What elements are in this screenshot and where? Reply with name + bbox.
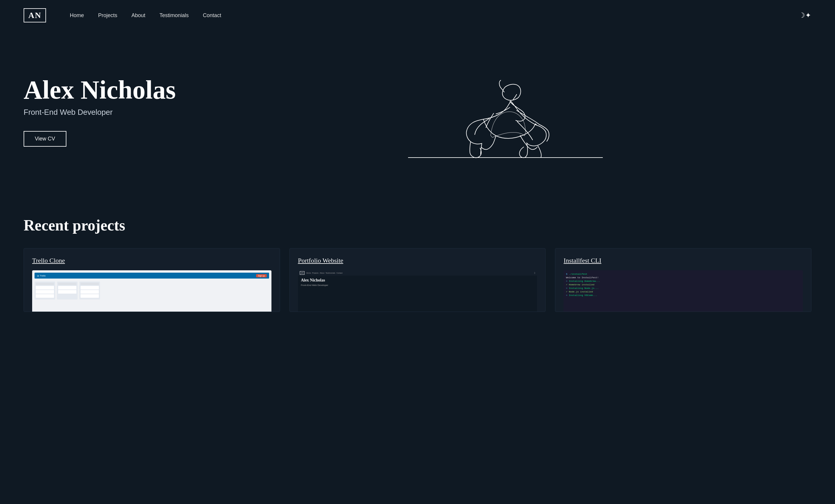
projects-section: Recent projects Trello Clone 🗂 Trello Si… — [0, 199, 835, 312]
navbar: AN Home Projects About Testimonials Cont… — [0, 0, 835, 31]
portfolio-mini-testimonials: Testimonials — [325, 272, 335, 274]
portfolio-mini-projects: Projects — [312, 272, 319, 274]
trello-board — [35, 280, 269, 301]
nav-links: Home Projects About Testimonials Contact — [69, 13, 221, 19]
portfolio-mini-home: Home — [306, 272, 311, 274]
cli-line-7: > Installing VSCode... — [566, 294, 800, 297]
trello-col-2 — [57, 282, 78, 300]
hero-section: Alex Nicholas Front-End Web Developer Vi… — [0, 31, 835, 199]
trello-logo-text: 🗂 Trello — [37, 275, 46, 277]
hero-name: Alex Nicholas — [24, 77, 176, 103]
theme-toggle-button[interactable]: ☽✦ — [798, 9, 811, 22]
project-card-portfolio: Portfolio Website AN Home Projects About… — [289, 248, 546, 312]
cli-line-3: > Installing Homebrew... — [566, 280, 800, 282]
hero-illustration — [200, 48, 811, 175]
logo[interactable]: AN — [24, 8, 46, 22]
project-title-portfolio[interactable]: Portfolio Website — [298, 257, 537, 264]
nav-home[interactable]: Home — [69, 13, 84, 18]
project-title-trello[interactable]: Trello Clone — [32, 257, 271, 264]
moon-icon: ☽✦ — [799, 11, 811, 19]
trello-preview: 🗂 Trello Sign up — [32, 270, 271, 311]
trello-col-3 — [79, 282, 100, 300]
portfolio-mini-contact: Contact — [337, 272, 343, 274]
cli-line-5: > Installing Node.js... — [566, 287, 800, 289]
portfolio-mini-navbar: AN Home Projects About Testimonials Cont… — [298, 270, 537, 276]
trello-sign-btn: Sign up — [256, 274, 267, 277]
portfolio-mini-nav: Home Projects About Testimonials Contact — [306, 272, 343, 274]
trello-topbar: 🗂 Trello Sign up — [35, 273, 269, 279]
view-cv-button[interactable]: View CV — [24, 131, 66, 147]
portfolio-preview: AN Home Projects About Testimonials Cont… — [298, 270, 537, 311]
hero-text-block: Alex Nicholas Front-End Web Developer Vi… — [24, 77, 176, 147]
cli-preview: $ ./installfest Welcome to Installfest! … — [564, 270, 803, 311]
cli-line-1: $ ./installfest — [566, 273, 800, 275]
portfolio-mini-content: Alex Nicholas Front-End Web Developer — [298, 276, 537, 311]
cli-line-4: ✓ Homebrew installed — [566, 283, 800, 286]
nav-about[interactable]: About — [131, 13, 145, 18]
project-title-cli[interactable]: Installfest CLI — [564, 257, 803, 264]
nav-contact[interactable]: Contact — [203, 13, 221, 18]
portfolio-mini-about: About — [320, 272, 324, 274]
trello-col-1 — [35, 282, 55, 300]
projects-grid: Trello Clone 🗂 Trello Sign up — [24, 248, 811, 312]
project-card-cli: Installfest CLI $ ./installfest Welcome … — [555, 248, 811, 312]
cli-line-6: ✓ Node.js installed — [566, 290, 800, 293]
projects-section-title: Recent projects — [24, 217, 811, 234]
project-card-trello: Trello Clone 🗂 Trello Sign up — [24, 248, 280, 312]
developer-illustration — [405, 48, 606, 172]
nav-testimonials[interactable]: Testimonials — [160, 13, 189, 18]
portfolio-mini-logo: AN — [300, 271, 305, 275]
nav-projects[interactable]: Projects — [98, 13, 117, 18]
hero-subtitle: Front-End Web Developer — [24, 108, 176, 117]
portfolio-mini-moon-icon: ☽ — [533, 272, 535, 275]
cli-line-2: Welcome to Installfest! — [566, 276, 800, 279]
